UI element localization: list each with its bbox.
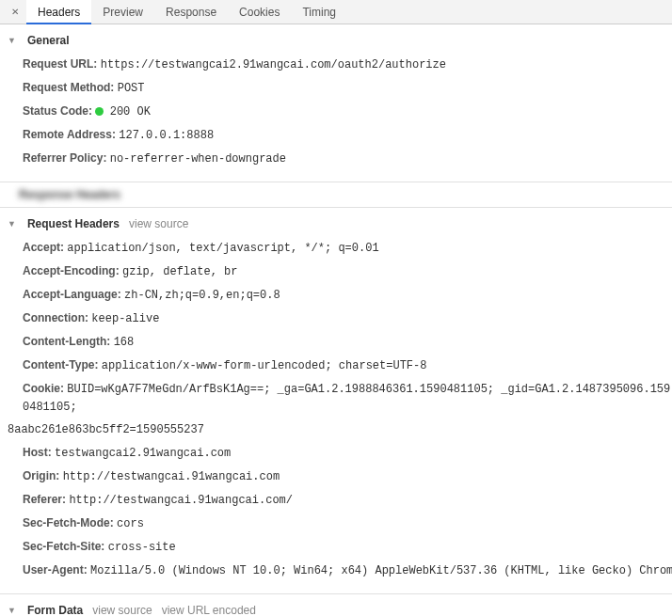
value: http://testwangcai.91wangcai.com/	[69, 494, 293, 507]
header-content-length: Content-Length: 168	[23, 330, 672, 354]
label: Accept-Language:	[23, 288, 121, 301]
section-blurred: Response Headers	[0, 182, 672, 208]
caret-down-icon: ▼	[8, 219, 16, 229]
label: Request Method:	[23, 81, 114, 94]
general-request-method: Request Method: POST	[23, 76, 672, 100]
value: keep-alive	[91, 312, 159, 325]
header-referer: Referer: http://testwangcai.91wangcai.co…	[23, 488, 672, 512]
label: Status Code:	[23, 104, 92, 118]
label: Remote Address:	[23, 128, 116, 141]
label: Host:	[23, 446, 52, 459]
label: Referrer Policy:	[23, 151, 106, 165]
value: https://testwangcai2.91wangcai.com/oauth…	[101, 58, 446, 71]
value: 127.0.0.1:8888	[119, 129, 214, 142]
section-form-data: ▼ Form Data view source view URL encoded…	[0, 594, 672, 616]
tab-bar: ✕ Headers Preview Response Cookies Timin…	[0, 0, 672, 24]
tab-timing[interactable]: Timing	[291, 0, 347, 24]
header-accept-language: Accept-Language: zh-CN,zh;q=0.9,en;q=0.8	[23, 283, 672, 307]
value: http://testwangcai.91wangcai.com	[63, 470, 280, 483]
value: application/json, text/javascript, */*; …	[67, 242, 378, 255]
value: cors	[117, 517, 144, 530]
blurred-content: Response Headers	[19, 188, 151, 201]
label: Content-Type:	[23, 358, 98, 371]
section-request-headers: ▼ Request Headers view source Accept: ap…	[0, 208, 672, 594]
value: application/x-www-form-urlencoded; chars…	[102, 359, 427, 372]
value: POST	[118, 82, 145, 95]
label: Connection:	[23, 311, 88, 324]
label: Origin:	[23, 469, 59, 482]
tab-headers[interactable]: Headers	[26, 0, 91, 24]
tab-preview[interactable]: Preview	[91, 0, 154, 24]
section-header-request-headers[interactable]: ▼ Request Headers view source	[0, 213, 672, 234]
value: gzip, deflate, br	[122, 265, 237, 278]
header-sec-fetch-site: Sec-Fetch-Site: cross-site	[23, 535, 672, 559]
label: Content-Length:	[23, 335, 110, 348]
label: Request URL:	[23, 57, 97, 71]
header-host: Host: testwangcai2.91wangcai.com	[23, 441, 672, 465]
header-accept: Accept: application/json, text/javascrip…	[23, 236, 672, 260]
view-source-link[interactable]: view source	[92, 604, 152, 616]
value: Mozilla/5.0 (Windows NT 10.0; Win64; x64…	[90, 564, 672, 577]
caret-down-icon: ▼	[8, 36, 16, 45]
label: Accept-Encoding:	[23, 264, 120, 277]
section-title-request-headers: Request Headers	[27, 217, 120, 230]
label: Accept:	[23, 241, 64, 254]
caret-down-icon: ▼	[8, 606, 16, 615]
close-icon[interactable]: ✕	[4, 7, 26, 17]
label: Referer:	[23, 493, 66, 506]
section-general: ▼ General Request URL: https://testwangc…	[0, 24, 672, 182]
general-request-url: Request URL: https://testwangcai2.91wang…	[23, 53, 672, 76]
header-connection: Connection: keep-alive	[23, 307, 672, 330]
header-sec-fetch-mode: Sec-Fetch-Mode: cors	[23, 512, 672, 535]
header-cookie: Cookie: BUID=wKgA7F7MeGdn/ArfBsK1Ag==; _…	[23, 377, 672, 419]
section-header-general[interactable]: ▼ General	[0, 30, 672, 51]
section-header-form-data[interactable]: ▼ Form Data view source view URL encoded	[0, 600, 672, 616]
tab-cookies[interactable]: Cookies	[228, 0, 291, 24]
label: Sec-Fetch-Mode:	[23, 516, 114, 529]
header-origin: Origin: http://testwangcai.91wangcai.com	[23, 465, 672, 488]
value: cross-site	[108, 541, 176, 554]
label: Cookie:	[23, 382, 64, 395]
section-title-form-data: Form Data	[27, 604, 83, 616]
header-cookie-continued: 8aabc261e863bc5ff2=1590555237	[8, 419, 672, 441]
view-source-link[interactable]: view source	[129, 217, 188, 230]
value: 168	[114, 336, 135, 349]
header-accept-encoding: Accept-Encoding: gzip, deflate, br	[23, 260, 672, 283]
value: zh-CN,zh;q=0.9,en;q=0.8	[124, 289, 280, 302]
header-user-agent: User-Agent: Mozilla/5.0 (Windows NT 10.0…	[23, 559, 672, 582]
status-dot-icon	[95, 107, 104, 116]
general-remote-address: Remote Address: 127.0.0.1:8888	[23, 123, 672, 147]
value: testwangcai2.91wangcai.com	[55, 447, 231, 460]
view-url-encoded-link[interactable]: view URL encoded	[162, 604, 256, 616]
general-status-code: Status Code: 200 OK	[23, 100, 672, 123]
tab-response[interactable]: Response	[154, 0, 228, 24]
label: Sec-Fetch-Site:	[23, 540, 104, 553]
value: 200 OK	[110, 105, 151, 118]
label: User-Agent:	[23, 563, 88, 577]
value: no-referrer-when-downgrade	[110, 152, 286, 166]
general-referrer-policy: Referrer Policy: no-referrer-when-downgr…	[23, 147, 672, 170]
value: BUID=wKgA7F7MeGdn/ArfBsK1Ag==; _ga=GA1.2…	[23, 383, 670, 414]
section-title-general: General	[27, 34, 70, 47]
header-content-type: Content-Type: application/x-www-form-url…	[23, 354, 672, 377]
